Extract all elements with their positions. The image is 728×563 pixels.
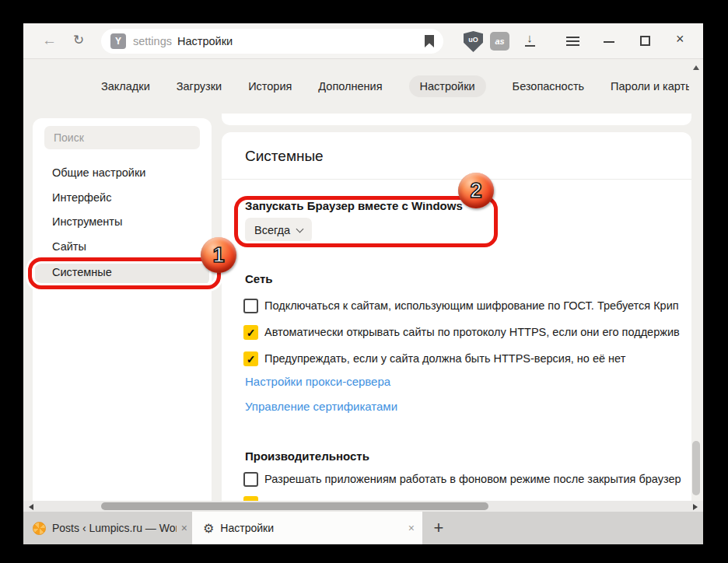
bookmark-icon[interactable] <box>425 35 434 47</box>
browser-window: ← ↻ Y settings Настройки uO as ↓ × Закла… <box>23 23 703 544</box>
horizontal-scrollbar[interactable] <box>23 501 703 512</box>
checkbox-checked[interactable]: ✓ <box>243 351 258 366</box>
annotation-step-1: 1 <box>201 237 236 273</box>
tab-close-icon[interactable]: × <box>408 522 415 534</box>
lastfm-extension-icon[interactable]: as <box>490 32 509 51</box>
horizontal-scroll-thumb[interactable] <box>101 502 488 510</box>
nav-downloads[interactable]: Загрузки <box>177 80 222 93</box>
url-text: Настройки <box>177 35 233 47</box>
performance-section-title: Производительность <box>245 449 369 463</box>
url-scheme: settings <box>133 35 172 47</box>
settings-nav: Закладки Загрузки История Дополнения Нас… <box>23 72 689 101</box>
downloads-icon[interactable]: ↓ <box>522 32 537 47</box>
network-section-title: Сеть <box>245 272 273 285</box>
back-icon[interactable]: ← <box>42 32 57 49</box>
certificates-link[interactable]: Управление сертификатами <box>245 400 397 413</box>
sidebar-item-tools[interactable]: Инструменты <box>33 210 212 233</box>
vertical-scroll-thumb[interactable] <box>692 441 700 495</box>
close-button[interactable]: × <box>676 31 684 47</box>
nav-addons[interactable]: Дополнения <box>318 80 382 93</box>
sidebar-item-general[interactable]: Общие настройки <box>33 161 212 184</box>
checkmark-icon: ✓ <box>247 327 256 338</box>
yandex-favicon-icon: Y <box>110 33 126 49</box>
download-arrow-icon: ↓ <box>522 32 537 44</box>
lumpics-favicon-icon <box>33 522 46 535</box>
sidebar-item-sites[interactable]: Сайты <box>33 235 212 258</box>
annotation-step-2: 2 <box>458 173 494 208</box>
address-bar[interactable]: Y settings Настройки <box>101 29 443 54</box>
nav-passwords[interactable]: Пароли и карты <box>611 80 689 93</box>
checkbox-row-https-auto: ✓ Автоматически открывать сайты по прото… <box>243 325 691 341</box>
search-input[interactable]: Поиск <box>44 126 200 149</box>
scroll-up-icon[interactable] <box>693 65 699 70</box>
ublock-extension-icon[interactable]: uO <box>464 31 483 52</box>
checkbox-unchecked[interactable] <box>243 472 258 487</box>
checkmark-icon: ✓ <box>247 354 256 365</box>
search-placeholder: Поиск <box>54 131 84 144</box>
checkbox-row-https-warn: ✓ Предупреждать, если у сайта должна быт… <box>243 351 691 367</box>
nav-bookmarks[interactable]: Закладки <box>101 80 150 93</box>
checkbox-unchecked[interactable] <box>243 299 258 313</box>
previous-section-card <box>222 114 691 125</box>
checkbox-checked[interactable]: ✓ <box>243 325 258 340</box>
maximize-button[interactable] <box>640 36 650 46</box>
page-title: Системные <box>245 148 324 165</box>
vertical-scrollbar[interactable] <box>689 59 703 512</box>
sidebar-item-interface[interactable]: Интерфейс <box>33 186 212 209</box>
annotation-box-2 <box>234 196 498 247</box>
nav-security[interactable]: Безопасность <box>513 80 585 93</box>
gear-icon: ⚙ <box>203 521 214 536</box>
menu-icon[interactable] <box>566 37 579 46</box>
minimize-button[interactable] <box>604 41 614 43</box>
scroll-right-icon[interactable] <box>693 504 698 510</box>
scroll-left-icon[interactable] <box>29 504 33 510</box>
reload-icon[interactable]: ↻ <box>73 32 84 48</box>
settings-sidebar: Поиск Общие настройки Интерфейс Инструме… <box>33 118 212 516</box>
new-tab-button[interactable]: + <box>422 512 455 544</box>
checkbox-row-background-apps: Разрешать приложениям работать в фоновом… <box>243 472 691 488</box>
browser-toolbar: ← ↻ Y settings Настройки uO as ↓ × <box>23 23 703 59</box>
nav-history[interactable]: История <box>248 80 292 93</box>
tab-bar: Posts ‹ Lumpics.ru — WordPre × ⚙ Настрой… <box>23 512 703 544</box>
tab-settings[interactable]: ⚙ Настройки × <box>192 512 422 544</box>
download-bar-icon <box>525 45 535 47</box>
system-settings-card: Системные Запускать Браузер вместе с Win… <box>222 132 691 501</box>
checkbox-row-gost: Подключаться к сайтам, использующим шифр… <box>243 299 691 314</box>
divider <box>222 179 691 180</box>
tab-close-icon[interactable]: × <box>181 522 187 534</box>
annotation-box-1 <box>28 257 221 289</box>
proxy-settings-link[interactable]: Настройки прокси-сервера <box>245 375 390 388</box>
nav-settings[interactable]: Настройки <box>409 75 486 97</box>
tab-lumpics[interactable]: Posts ‹ Lumpics.ru — WordPre × <box>23 512 192 544</box>
